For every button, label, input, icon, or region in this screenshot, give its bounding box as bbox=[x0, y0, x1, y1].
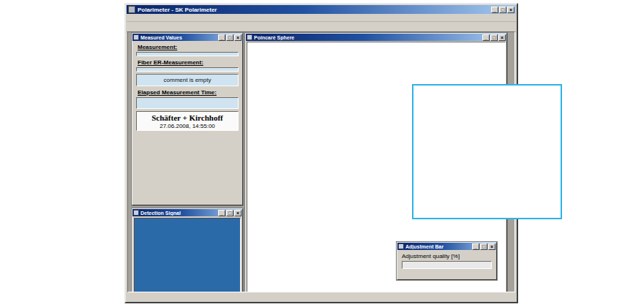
menubar bbox=[127, 14, 516, 22]
adjustment-bar-window-icon bbox=[398, 243, 404, 249]
detection-close-button[interactable]: × bbox=[234, 210, 242, 216]
detection-signal-client bbox=[133, 217, 242, 292]
measured-maximize-button[interactable]: □ bbox=[226, 34, 233, 41]
poincare-sphere-titlebar[interactable]: Poincaré Sphere _□× bbox=[246, 34, 506, 41]
adjust-minimize-button[interactable]: _ bbox=[472, 243, 479, 250]
detection-minimize-button[interactable]: _ bbox=[218, 210, 225, 216]
detection-signal-titlebar[interactable]: Detection Signal _□× bbox=[132, 209, 242, 216]
adjustment-bar-titlebar[interactable]: Adjustment Bar _□× bbox=[397, 243, 496, 250]
detection-signal-window: Detection Signal _□× bbox=[132, 208, 243, 292]
brand-box: Schäfter + Kirchhoff 27.06.2008, 14:55:0… bbox=[136, 111, 239, 131]
comment-box: comment is empty bbox=[136, 74, 239, 86]
detection-maximize-button[interactable]: □ bbox=[226, 210, 233, 216]
detection-signal-window-icon bbox=[133, 210, 139, 216]
adjustment-bar-client: Adjustment quality [%] bbox=[398, 251, 495, 278]
magnifier-inset-canvas bbox=[413, 86, 561, 218]
measured-close-button[interactable]: × bbox=[234, 34, 242, 41]
toolbar bbox=[127, 22, 516, 32]
sphere-close-button[interactable]: × bbox=[498, 34, 506, 41]
adjustment-bar-title: Adjustment Bar bbox=[405, 244, 472, 249]
oscilloscope-plot bbox=[134, 218, 241, 292]
measured-values-client: Measurement: Fiber ER-Measurement: comme… bbox=[133, 42, 242, 204]
measurement-heading: Measurement: bbox=[138, 44, 239, 50]
detection-signal-title: Detection Signal bbox=[141, 211, 218, 216]
measured-values-window: Measured Values _□× Measurement: Fiber E… bbox=[132, 33, 243, 205]
detection-signal-window-buttons: _□× bbox=[218, 210, 242, 216]
measured-values-title: Measured Values bbox=[141, 35, 218, 40]
fiber-er-heading: Fiber ER-Measurement: bbox=[138, 59, 239, 66]
app-maximize-button[interactable]: □ bbox=[499, 7, 506, 13]
measurement-values-box bbox=[136, 52, 239, 56]
magnifier-inset bbox=[412, 84, 562, 219]
app-window-buttons: _□× bbox=[491, 7, 514, 13]
adjust-maximize-button[interactable]: □ bbox=[480, 243, 487, 250]
elapsed-time-box bbox=[136, 97, 239, 109]
poincare-sphere-title: Poincaré Sphere bbox=[254, 35, 482, 40]
fiber-er-values-box bbox=[136, 67, 239, 72]
adjustment-quality-progressbar bbox=[402, 261, 492, 269]
sphere-maximize-button[interactable]: □ bbox=[490, 34, 498, 41]
measured-values-titlebar[interactable]: Measured Values _□× bbox=[132, 34, 242, 41]
app-titlebar[interactable]: Polarimeter - SK Polarimeter _□× bbox=[127, 5, 516, 14]
adjustment-quality-label: Adjustment quality [%] bbox=[402, 253, 492, 259]
measured-values-window-buttons: _□× bbox=[218, 34, 242, 41]
measured-values-window-icon bbox=[133, 34, 139, 40]
poincare-sphere-window-buttons: _□× bbox=[482, 34, 506, 41]
measured-minimize-button[interactable]: _ bbox=[218, 34, 225, 41]
adjust-close-button[interactable]: × bbox=[488, 243, 495, 250]
app-title: Polarimeter - SK Polarimeter bbox=[138, 7, 491, 13]
statusbar bbox=[127, 293, 516, 301]
sphere-minimize-button[interactable]: _ bbox=[482, 34, 490, 41]
measurement-datetime: 27.06.2008, 14:55:00 bbox=[137, 123, 238, 129]
app-minimize-button[interactable]: _ bbox=[491, 7, 498, 13]
app-icon bbox=[128, 6, 135, 13]
poincare-sphere-window-icon bbox=[247, 34, 252, 40]
adjustment-bar-window-buttons: _□× bbox=[472, 243, 495, 250]
adjustment-bar-window: Adjustment Bar _□× Adjustment quality [%… bbox=[397, 242, 497, 280]
figure-background: Polarimeter - SK Polarimeter _□× Measure… bbox=[0, 0, 644, 307]
elapsed-time-heading: Elapsed Measurement Time: bbox=[138, 89, 239, 96]
app-close-button[interactable]: × bbox=[507, 7, 514, 13]
brand-name: Schäfter + Kirchhoff bbox=[137, 113, 238, 122]
